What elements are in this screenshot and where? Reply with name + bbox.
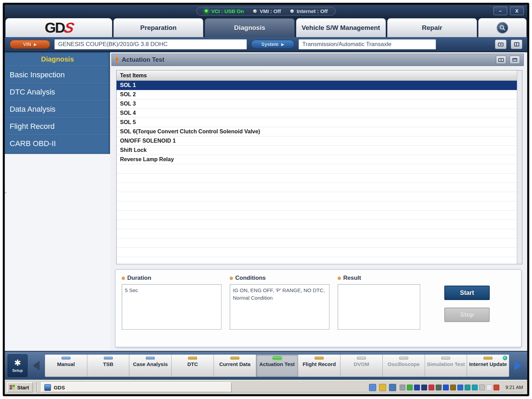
list-column-header: Test Items [117, 70, 517, 81]
quick-launch-desktop-icon[interactable] [389, 384, 396, 391]
list-item-on-off-solenoid-1[interactable]: ON/OFF SOLENOID 1 [117, 136, 517, 146]
taskbar-task-gds[interactable]: GDS [41, 382, 232, 392]
quick-launch-folder-icon[interactable] [379, 384, 386, 391]
toolbar-button-case-analysis[interactable]: Case Analysis [129, 355, 172, 377]
sidebar-item-carb-obd-ii[interactable]: CARB OBD-II [5, 135, 110, 152]
system-tray [400, 385, 499, 390]
list-item-sol-3[interactable]: SOL 3 [117, 99, 517, 109]
capture-button[interactable] [495, 40, 507, 49]
sidebar-item-flight-record[interactable]: Flight Record [5, 118, 110, 135]
list-item-sol-4[interactable]: SOL 4 [117, 109, 517, 118]
start-button[interactable]: Start [444, 286, 490, 300]
tray-icon-2[interactable] [407, 385, 413, 390]
vmi-status: VMI : Off [253, 8, 281, 14]
list-item-sol-5[interactable]: SOL 5 [117, 118, 517, 127]
test-items-list: Test Items SOL 1 SOL 2 SOL 3 SOL 4 SOL 5… [116, 70, 522, 264]
gds-logo: GDS [45, 21, 73, 35]
camera-icon [498, 43, 503, 46]
system-button[interactable]: System ▶ [251, 40, 294, 49]
windows-taskbar: Start GDS [5, 380, 527, 394]
duration-value-box: 5 Sec [122, 284, 221, 330]
tab-vehicle-sw-management[interactable]: Vehicle S/W Management [296, 18, 386, 37]
list-empty-row [117, 164, 517, 174]
gds-logo-block[interactable]: GDS [6, 18, 112, 37]
tray-icon-14[interactable] [493, 385, 499, 390]
toolbar-button-flight-record[interactable]: Flight Record [298, 355, 340, 377]
setup-button[interactable]: ✱ Setup [8, 354, 28, 377]
internet-status-label: Internet : Off [297, 8, 328, 14]
sidebar-item-data-analysis[interactable]: Data Analysis [5, 100, 110, 118]
tray-icon-10[interactable] [465, 385, 470, 390]
vehicle-field[interactable]: GENESIS COUPE(BK)/2010/G 3.8 DOHC [54, 39, 247, 49]
toolbar-button-actuation-test[interactable]: Actuation Test [256, 355, 298, 377]
toolbar-button-dtc[interactable]: DTC [172, 355, 214, 377]
list-empty-row [117, 192, 517, 201]
toolbar-button-oscilloscope[interactable]: Oscilloscope [383, 355, 425, 377]
current-data-indicator-icon [230, 357, 239, 359]
duration-bullet-icon [122, 277, 125, 280]
tray-icon-5[interactable] [428, 385, 434, 390]
vin-button[interactable]: VIN ▶ [10, 40, 50, 49]
tray-icon-7[interactable] [443, 385, 449, 390]
tray-icon-8[interactable] [450, 385, 456, 390]
list-scrollbar[interactable] [517, 70, 522, 264]
toolbar-scroll-right-button[interactable] [511, 354, 524, 377]
connection-status-group: VCI : USB On VMI : Off Internet : Off [196, 7, 336, 15]
tab-repair[interactable]: Repair [387, 18, 477, 37]
taskbar-clock: 9:21 AM [506, 385, 523, 390]
tray-icon-1[interactable] [400, 385, 405, 390]
sidebar-item-dtc-analysis[interactable]: DTC Analysis [5, 83, 110, 100]
list-empty-row [117, 183, 517, 192]
search-icon [499, 25, 506, 31]
sidebar-item-basic-inspection[interactable]: Basic Inspection [5, 66, 110, 83]
toolbar-button-manual[interactable]: Manual [45, 355, 87, 377]
tab-preparation[interactable]: Preparation [113, 18, 203, 37]
window-controls: – X [493, 7, 524, 15]
list-item-sol-1[interactable]: SOL 1 [117, 81, 517, 90]
tab-diagnosis[interactable]: Diagnosis [205, 18, 294, 37]
setup-gear-icon: ✱ [14, 359, 21, 367]
tsb-indicator-icon [104, 357, 113, 359]
toolbar-button-tsb[interactable]: TSB [87, 355, 130, 377]
list-item-reverse-lamp-relay[interactable]: Reverse Lamp Relay [117, 155, 517, 164]
list-item-sol-2[interactable]: SOL 2 [117, 90, 517, 99]
list-empty-row [117, 174, 517, 183]
sidebar: Diagnosis Basic Inspection DTC Analysis … [5, 52, 110, 351]
result-group: Result [338, 275, 420, 342]
tray-icon-4[interactable] [421, 385, 427, 390]
tray-icon-11[interactable] [472, 385, 478, 390]
list-empty-row [117, 248, 517, 257]
stop-button[interactable]: Stop [444, 308, 490, 322]
update-notification-badge [503, 356, 507, 360]
conditions-value-box: IG ON, ENG OFF, 'P' RANGE, NO DTC, Norma… [230, 284, 329, 330]
search-button[interactable] [497, 22, 508, 34]
minimize-button[interactable]: – [493, 7, 507, 15]
split-view-button[interactable] [496, 56, 506, 64]
duration-label: Duration [127, 275, 151, 281]
tray-icon-12[interactable] [479, 385, 485, 390]
list-item-sol-6[interactable]: SOL 6(Torque Convert Clutch Control Sole… [117, 127, 517, 136]
gds-app-icon [44, 384, 51, 391]
toolbar-scroll-left-button[interactable] [30, 354, 43, 377]
tray-icon-6[interactable] [436, 385, 442, 390]
taskbar-separator [36, 383, 37, 392]
list-empty-row [117, 239, 517, 248]
toolbar-button-current-data[interactable]: Current Data [214, 355, 256, 377]
vmi-status-led-icon [253, 9, 257, 13]
function-toolbar: ✱ Setup Manual TSB Case Analysis [5, 351, 527, 380]
tray-icon-3[interactable] [414, 385, 420, 390]
list-item-shift-lock[interactable]: Shift Lock [117, 146, 517, 155]
quick-launch-browser-icon[interactable] [369, 384, 376, 391]
system-field[interactable]: Transmission/Automatic Transaxle [298, 39, 436, 49]
conditions-label: Conditions [235, 275, 266, 281]
layout-button[interactable] [511, 40, 522, 49]
toolbar-button-dvom[interactable]: DVOM [340, 355, 383, 377]
toolbar-button-simulation-test[interactable]: Simulation Test [425, 355, 467, 377]
tray-icon-9[interactable] [457, 385, 463, 390]
start-menu-button[interactable]: Start [7, 382, 33, 392]
tray-icon-13[interactable] [486, 385, 492, 390]
splitter-handle[interactable]: » [5, 190, 7, 195]
collapse-panel-button[interactable] [510, 56, 520, 64]
close-button[interactable]: X [510, 7, 524, 15]
toolbar-button-internet-update[interactable]: Internet Update [467, 355, 509, 377]
